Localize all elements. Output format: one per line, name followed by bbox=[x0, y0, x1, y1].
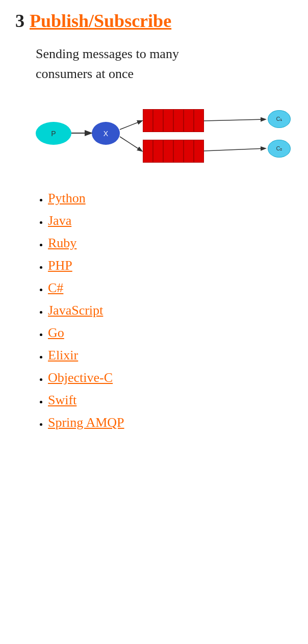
language-link[interactable]: Go bbox=[48, 325, 64, 340]
list-item: Go bbox=[48, 325, 293, 341]
subtitle: Sending messages to many consumers at on… bbox=[36, 44, 293, 84]
list-item: Swift bbox=[48, 393, 293, 408]
language-link[interactable]: Objective-C bbox=[48, 370, 113, 385]
language-link[interactable]: JavaScript bbox=[48, 303, 103, 318]
list-item: Elixir bbox=[48, 348, 293, 363]
svg-line-4 bbox=[204, 148, 265, 151]
list-item: PHP bbox=[48, 258, 293, 273]
list-item: C# bbox=[48, 280, 293, 296]
language-links-list: PythonJavaRubyPHPC#JavaScriptGoElixirObj… bbox=[36, 191, 293, 430]
list-item: Spring AMQP bbox=[48, 415, 293, 430]
list-item: JavaScript bbox=[48, 303, 293, 318]
language-link[interactable]: Java bbox=[48, 213, 71, 228]
page-title: Publish/Subscribe bbox=[30, 10, 171, 32]
language-link[interactable]: Spring AMQP bbox=[48, 415, 124, 430]
language-link[interactable]: PHP bbox=[48, 258, 72, 273]
svg-line-1 bbox=[120, 121, 142, 130]
language-link[interactable]: C# bbox=[48, 280, 63, 295]
list-item: Objective-C bbox=[48, 370, 293, 385]
header-number: 3 bbox=[15, 10, 24, 32]
page-header: 3 Publish/Subscribe bbox=[15, 10, 293, 32]
list-item: Python bbox=[48, 191, 293, 206]
list-item: Java bbox=[48, 213, 293, 228]
subtitle-line2: consumers at once bbox=[36, 66, 134, 81]
subtitle-line1: Sending messages to many bbox=[36, 46, 179, 61]
svg-line-2 bbox=[120, 137, 142, 151]
pubsub-diagram: P X C₁ C₂ bbox=[36, 94, 291, 175]
diagram-arrows bbox=[36, 94, 291, 175]
language-link[interactable]: Python bbox=[48, 191, 86, 205]
language-link[interactable]: Ruby bbox=[48, 236, 76, 250]
svg-line-3 bbox=[204, 119, 265, 121]
language-link[interactable]: Elixir bbox=[48, 348, 78, 363]
language-link[interactable]: Swift bbox=[48, 393, 76, 407]
list-item: Ruby bbox=[48, 236, 293, 251]
